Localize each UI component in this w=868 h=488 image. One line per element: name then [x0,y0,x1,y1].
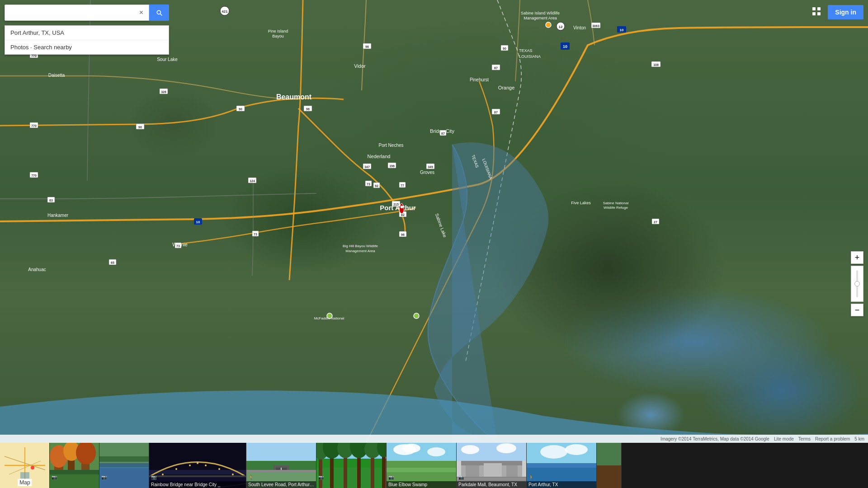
dropdown-item-1[interactable]: Port Arthur, TX, USA [5,26,169,40]
partial-svg [597,443,622,488]
photo-item-forest[interactable]: 📷 [316,443,387,488]
search-button[interactable] [149,5,169,21]
svg-point-169 [402,444,420,453]
svg-rect-131 [99,456,149,462]
svg-point-135 [162,474,164,475]
camera-icon-1: 📷 [52,475,57,480]
svg-point-170 [427,447,445,456]
photo-port-bg: 🚶 Port Arthur, TX [527,443,597,488]
svg-rect-104 [812,7,816,10]
zoom-controls: + − [851,251,863,316]
top-right-controls: Sign in [810,5,863,19]
forest-svg [316,443,387,488]
apps-button[interactable] [810,5,823,19]
map-background [0,0,868,488]
map-thumbnail[interactable]: Map [0,443,50,488]
camera-icon-6: 📷 [388,475,394,480]
svg-rect-105 [817,7,821,10]
sv-icon-8: 🚶 [528,475,534,480]
mall-photo-label: Parkdale Mall, Beaumont, TX [457,481,527,488]
grid-icon [811,6,821,16]
photo-road-bg: 🚶 South Levee Road, Port Arthur, TX [246,443,316,488]
svg-rect-127 [99,468,149,488]
road-photo-label: South Levee Road, Port Arthur, TX [246,481,316,488]
svg-point-114 [31,466,34,469]
svg-rect-153 [316,468,387,488]
photo-partial-bg [597,443,622,488]
svg-point-138 [197,462,198,464]
autumn-svg [50,443,99,488]
swamp-photo-label: Blue Elbow Swamp [387,481,457,488]
search-bar: Port Arthur, Texas × Port Arthur, TX, US… [5,5,169,21]
search-icon [156,9,163,16]
photo-item-mall[interactable]: 📷 Parkdale Mall, Beaumont, TX [457,443,527,488]
svg-rect-149 [246,470,316,472]
canal-svg [99,443,149,488]
photo-autumn-bg: 📷 [50,443,99,488]
photo-canal-bg: 📷 [99,443,149,488]
zoom-scale-track [856,270,858,297]
search-dropdown: Port Arthur, TX, USA Photos · Search nea… [5,25,169,55]
port-photo-label: Port Arthur, TX [527,481,597,488]
bridge-photo-label: Rainbow Bridge near Bridge City _ [149,481,246,488]
photo-mall-bg: 📷 Parkdale Mall, Beaumont, TX [457,443,527,488]
svg-point-137 [189,465,191,466]
sv-icon-4: 🚶 [248,475,254,480]
camera-icon-2: 📷 [101,475,107,480]
svg-rect-190 [527,463,597,468]
svg-rect-107 [817,12,821,15]
svg-point-136 [175,468,177,470]
terms-link[interactable]: Terms [798,436,811,441]
photo-item-partial[interactable] [597,443,622,488]
photo-item-bridge[interactable]: 📷 Rainbow Bridge near Bridge City _ [149,443,246,488]
photo-item-port[interactable]: 🚶 Port Arthur, TX [527,443,597,488]
sign-in-button[interactable]: Sign in [828,5,863,19]
photo-forest-bg: 📷 [316,443,387,488]
svg-rect-129 [99,463,149,468]
svg-rect-193 [597,465,622,488]
svg-point-177 [496,443,516,453]
svg-rect-106 [812,12,816,15]
attribution-bar: Imagery ©2014 TerraMetrics, Map data ©20… [0,435,868,443]
photo-item-road[interactable]: 🚶 South Levee Road, Port Arthur, TX [246,443,316,488]
svg-point-187 [540,445,567,459]
report-link[interactable]: Report a problem [815,436,850,441]
photo-item-canal[interactable]: 📷 [99,443,149,488]
zoom-slider[interactable] [851,266,863,302]
svg-point-141 [232,474,234,475]
svg-point-188 [565,444,588,455]
camera-icon-5: 📷 [318,475,324,480]
map-container[interactable]: Beaumont Port Arthur Nederland Vidor Ora… [0,0,868,488]
search-input[interactable]: Port Arthur, Texas [9,9,137,16]
photo-bridge-bg: 📷 Rainbow Bridge near Bridge City _ [149,443,246,488]
svg-rect-126 [99,443,149,456]
map-thumb-image: Map [0,443,50,488]
search-input-container: Port Arthur, Texas × [5,5,149,21]
svg-point-140 [218,468,220,470]
photo-item-swamp[interactable]: 📷 Blue Elbow Swamp [387,443,457,488]
dropdown-item-2[interactable]: Photos · Search nearby [5,40,169,54]
map-label: Map [18,479,32,486]
svg-point-176 [461,445,479,454]
photo-swamp-bg: 📷 Blue Elbow Swamp [387,443,457,488]
lite-mode-link[interactable]: Lite mode [774,436,794,441]
zoom-in-button[interactable]: + [851,251,863,264]
camera-icon-3: 📷 [151,475,156,480]
svg-rect-142 [149,475,246,477]
svg-point-139 [205,465,207,466]
svg-rect-192 [597,443,622,465]
imagery-attribution: Imagery ©2014 TerraMetrics, Map data ©20… [660,436,769,441]
scale-label: 5 km [854,436,864,441]
camera-icon-7: 📷 [458,475,464,480]
clear-button[interactable]: × [137,9,145,17]
zoom-scale-thumb [854,281,860,286]
photo-strip: Map 📷 [0,443,868,488]
svg-rect-113 [20,472,29,479]
photo-item-autumn[interactable]: 📷 [50,443,99,488]
svg-rect-144 [246,443,316,463]
svg-rect-124 [50,474,99,488]
zoom-out-button[interactable]: − [851,304,863,316]
